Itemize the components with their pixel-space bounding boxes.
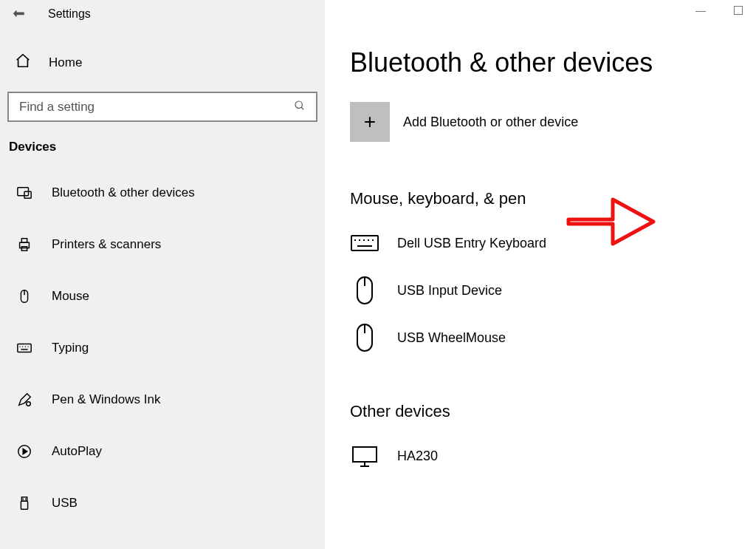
device-label: HA230 (397, 449, 438, 464)
svg-rect-9 (18, 344, 31, 352)
home-icon (15, 52, 31, 72)
sidebar-item-label: USB (52, 496, 78, 511)
svg-rect-5 (21, 239, 27, 243)
bluetooth-devices-icon (15, 184, 34, 202)
group-title-other-devices: Other devices (350, 402, 731, 421)
device-keyboard[interactable]: Dell USB Entry Keyboard (350, 231, 731, 256)
svg-point-15 (27, 402, 31, 406)
svg-line-1 (301, 107, 303, 109)
svg-rect-22 (351, 236, 378, 250)
plus-icon: + (350, 102, 390, 142)
home-nav[interactable]: Home (7, 44, 317, 81)
sidebar-item-usb[interactable]: USB (7, 482, 317, 524)
sidebar-item-printers[interactable]: Printers & scanners (7, 224, 317, 265)
window-maximize-button[interactable] (734, 6, 743, 15)
device-label: USB Input Device (397, 283, 502, 299)
printer-icon (15, 236, 34, 253)
usb-icon (15, 494, 34, 512)
mouse-icon (350, 325, 379, 350)
svg-rect-3 (24, 191, 31, 198)
window-title: Settings (48, 7, 91, 21)
search-input[interactable]: Find a setting (7, 92, 317, 122)
monitor-icon (350, 443, 379, 468)
autoplay-icon (15, 443, 34, 460)
page-title: Bluetooth & other devices (350, 47, 731, 78)
device-label: Dell USB Entry Keyboard (397, 236, 546, 251)
pen-icon (15, 391, 34, 409)
mouse-icon (15, 287, 34, 305)
search-icon (294, 100, 306, 115)
home-label: Home (49, 55, 82, 70)
sidebar-item-label: Mouse (52, 289, 89, 304)
sidebar-item-mouse[interactable]: Mouse (7, 276, 317, 317)
annotation-arrow-icon (561, 186, 657, 256)
svg-rect-33 (353, 447, 377, 462)
device-monitor[interactable]: HA230 (350, 443, 731, 468)
sidebar-item-label: Printers & scanners (52, 237, 161, 252)
svg-rect-6 (21, 247, 27, 251)
add-device-button[interactable]: + Add Bluetooth or other device (350, 102, 731, 142)
sidebar-item-typing[interactable]: Typing (7, 327, 317, 369)
svg-rect-4 (20, 242, 30, 248)
keyboard-icon (350, 231, 379, 256)
group-title-input-devices: Mouse, keyboard, & pen (350, 189, 731, 208)
window-minimize-button[interactable] (695, 11, 706, 12)
sidebar-item-label: AutoPlay (52, 444, 102, 459)
add-device-label: Add Bluetooth or other device (403, 115, 578, 130)
search-placeholder: Find a setting (19, 100, 94, 115)
device-label: USB WheelMouse (397, 330, 506, 346)
device-wheelmouse[interactable]: USB WheelMouse (350, 325, 731, 350)
sidebar-item-label: Typing (52, 341, 89, 355)
keyboard-icon (15, 339, 34, 357)
sidebar-item-label: Pen & Windows Ink (52, 392, 160, 407)
sidebar-item-bluetooth[interactable]: Bluetooth & other devices (7, 172, 317, 214)
back-button[interactable]: 🠨 (11, 5, 26, 22)
section-heading: Devices (7, 122, 317, 159)
mouse-icon (350, 278, 379, 303)
svg-rect-19 (21, 501, 27, 509)
sidebar-item-label: Bluetooth & other devices (52, 185, 195, 200)
svg-point-0 (295, 101, 302, 108)
sidebar-item-pen[interactable]: Pen & Windows Ink (7, 379, 317, 420)
device-usb-input[interactable]: USB Input Device (350, 278, 731, 303)
svg-marker-17 (23, 449, 27, 454)
sidebar-item-autoplay[interactable]: AutoPlay (7, 431, 317, 472)
